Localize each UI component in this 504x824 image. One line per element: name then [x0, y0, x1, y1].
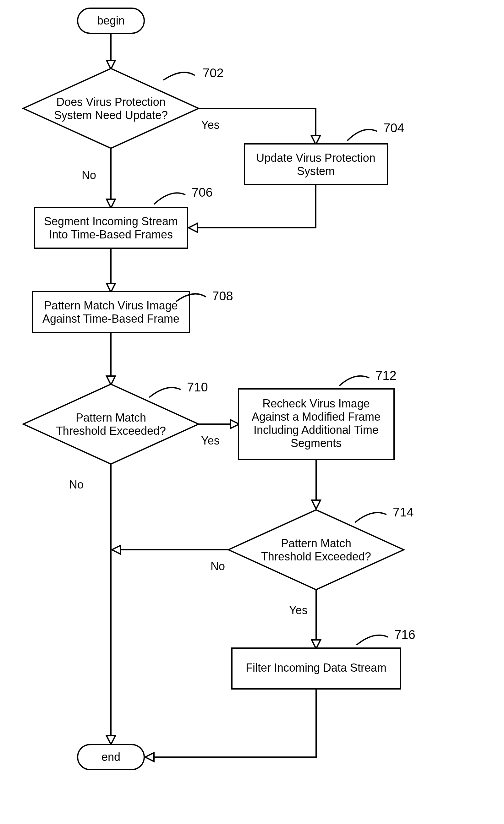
flowchart: begin Does Virus Protection System Need …: [0, 0, 504, 824]
callout-710: [149, 388, 181, 397]
edge-d702-p706: No: [82, 148, 115, 208]
svg-marker-14: [106, 376, 115, 385]
svg-marker-11: [106, 283, 115, 292]
p716-line1: Filter Incoming Data Stream: [246, 661, 387, 674]
p712-line1: Recheck Virus Image: [263, 397, 370, 410]
d714-line2: Threshold Exceeded?: [261, 550, 371, 563]
p712-line3: Including Additional Time: [254, 423, 379, 436]
d710-line1: Pattern Match: [76, 411, 146, 424]
edge-d710-p712-label: Yes: [201, 434, 220, 447]
ref-706: 706: [192, 185, 213, 199]
d714-line1: Pattern Match: [281, 537, 351, 550]
begin-label: begin: [97, 14, 125, 27]
d702-line1: Does Virus Protection: [56, 96, 166, 108]
node-begin: begin: [78, 8, 144, 33]
end-label: end: [101, 750, 120, 763]
edge-p708-d710: [106, 332, 115, 385]
ref-702: 702: [203, 66, 224, 80]
edge-d702-p706-label: No: [82, 169, 96, 182]
edge-p716-end: [145, 689, 316, 761]
svg-marker-25: [112, 545, 121, 554]
d710-line2: Threshold Exceeded?: [56, 424, 166, 437]
p706-line1: Segment Incoming Stream: [44, 215, 178, 228]
callout-712: [339, 376, 369, 386]
svg-marker-2: [106, 60, 115, 69]
p708-line2: Against Time-Based Frame: [42, 312, 179, 325]
node-p706: Segment Incoming Stream Into Time-Based …: [34, 207, 188, 248]
p708-line1: Pattern Match Virus Image: [44, 299, 178, 312]
svg-marker-17: [230, 420, 239, 428]
callout-704: [347, 129, 377, 141]
edge-d714-merge-label: No: [210, 560, 225, 573]
edge-d710-p712: Yes: [199, 420, 239, 447]
ref-714: 714: [393, 505, 414, 519]
ref-716: 716: [394, 628, 415, 641]
callout-714: [355, 513, 387, 522]
d702-line2: System Need Update?: [54, 109, 168, 122]
ref-708: 708: [212, 289, 233, 303]
p704-line2: System: [297, 165, 335, 178]
svg-marker-27: [312, 640, 320, 649]
node-d702: Does Virus Protection System Need Update…: [23, 69, 199, 148]
node-p712: Recheck Virus Image Against a Modified F…: [238, 389, 394, 459]
node-end: end: [78, 744, 144, 769]
p712-line2: Against a Modified Frame: [252, 410, 381, 423]
svg-marker-7: [106, 199, 115, 208]
edge-d702-p704: Yes: [199, 108, 320, 144]
edge-d714-merge: No: [112, 545, 228, 573]
edge-d702-p704-label: Yes: [201, 118, 220, 131]
callout-702: [164, 72, 195, 80]
svg-marker-9: [189, 223, 197, 232]
node-p704: Update Virus Protection System: [244, 144, 387, 185]
node-d710: Pattern Match Threshold Exceeded?: [23, 384, 199, 464]
callout-716: [357, 635, 388, 645]
edge-d710-end: No: [69, 464, 115, 744]
svg-marker-29: [145, 753, 154, 761]
svg-marker-22: [312, 500, 320, 509]
svg-marker-4: [311, 136, 320, 144]
edge-p706-p708: [106, 248, 115, 292]
edge-d714-p716-label: Yes: [289, 604, 308, 617]
callout-706: [154, 193, 185, 204]
edge-d714-p716: Yes: [289, 590, 320, 649]
node-p716: Filter Incoming Data Stream: [232, 648, 400, 689]
p712-line4: Segments: [291, 437, 341, 449]
node-p708: Pattern Match Virus Image Against Time-B…: [32, 292, 190, 332]
edge-begin-d702: [106, 33, 115, 69]
ref-712: 712: [376, 369, 397, 382]
p706-line2: Into Time-Based Frames: [49, 228, 173, 241]
p704-line1: Update Virus Protection: [256, 151, 376, 164]
ref-710: 710: [187, 380, 208, 394]
svg-marker-20: [106, 736, 115, 744]
edge-d710-end-label: No: [69, 478, 84, 491]
node-d714: Pattern Match Threshold Exceeded?: [228, 510, 404, 590]
edge-p712-d714: [312, 459, 320, 509]
ref-704: 704: [383, 121, 404, 135]
